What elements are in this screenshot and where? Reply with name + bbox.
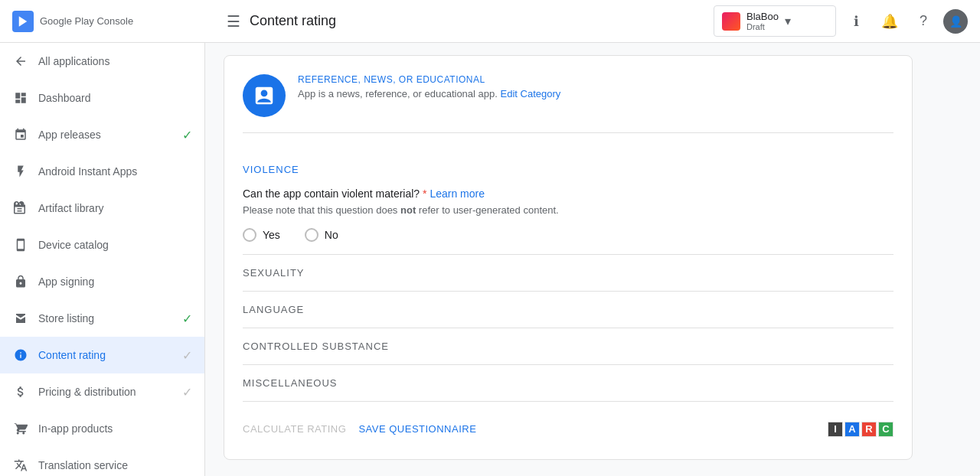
svg-marker-0 bbox=[19, 16, 28, 27]
translation-icon bbox=[12, 457, 29, 474]
notifications-button[interactable]: 🔔 bbox=[876, 8, 903, 35]
instant-apps-icon bbox=[12, 163, 29, 180]
topbar-logo-text: Google Play Console bbox=[40, 15, 133, 27]
radio-circle-yes bbox=[243, 228, 256, 242]
learn-more-link[interactable]: Learn more bbox=[430, 187, 485, 200]
question-note: Please note that this question does not … bbox=[243, 204, 893, 216]
chevron-down-icon: ▾ bbox=[785, 14, 791, 28]
sidebar-item-app-releases[interactable]: App releases ✓ bbox=[0, 116, 204, 153]
sidebar-item-all-applications[interactable]: All applications bbox=[0, 43, 204, 80]
miscellaneous-section[interactable]: MISCELLANEOUS bbox=[243, 365, 893, 402]
sidebar-item-translation-service[interactable]: Translation service bbox=[0, 447, 204, 476]
avatar[interactable]: 👤 bbox=[943, 9, 968, 34]
category-info: REFERENCE, NEWS, OR EDUCATIONAL App is a… bbox=[298, 74, 893, 99]
radio-circle-no bbox=[305, 228, 318, 242]
sidebar-label-device-catalog: Device catalog bbox=[38, 239, 192, 251]
sidebar-label-translation-service: Translation service bbox=[38, 459, 192, 471]
radio-no[interactable]: No bbox=[305, 228, 338, 242]
miscellaneous-title: MISCELLANEOUS bbox=[243, 377, 893, 389]
calculate-rating-button: CALCULATE RATING bbox=[243, 417, 346, 441]
category-desc-text: App is a news, reference, or educational… bbox=[298, 88, 498, 99]
menu-icon[interactable]: ☰ bbox=[227, 12, 240, 31]
sidebar-label-in-app-products: In-app products bbox=[38, 422, 192, 435]
sidebar-label-pricing-distribution: Pricing & distribution bbox=[38, 386, 173, 398]
info-button[interactable]: ℹ bbox=[842, 8, 870, 35]
sidebar-item-dashboard[interactable]: Dashboard bbox=[0, 80, 204, 116]
category-title: REFERENCE, NEWS, OR EDUCATIONAL bbox=[298, 74, 893, 85]
iarc-letter-c: C bbox=[878, 422, 893, 437]
save-questionnaire-button[interactable]: SAVE QUESTIONNAIRE bbox=[358, 417, 476, 441]
check-gray-pricing: ✓ bbox=[182, 385, 192, 399]
sidebar-label-all-applications: All applications bbox=[38, 55, 192, 67]
question-text: Can the app contain violent material? bbox=[243, 187, 420, 200]
main-content: REFERENCE, NEWS, OR EDUCATIONAL App is a… bbox=[205, 43, 980, 476]
topbar: Google Play Console ☰ Content rating Bla… bbox=[0, 0, 980, 43]
artifact-icon bbox=[12, 200, 29, 217]
content-card: REFERENCE, NEWS, OR EDUCATIONAL App is a… bbox=[224, 55, 913, 460]
radio-label-no: No bbox=[325, 229, 338, 241]
controlled-substance-section[interactable]: CONTROLLED SUBSTANCE bbox=[243, 328, 893, 365]
edit-category-link[interactable]: Edit Category bbox=[501, 88, 561, 99]
note-end: refer to user-generated content. bbox=[419, 204, 559, 216]
required-marker: * bbox=[423, 187, 430, 200]
pricing-icon bbox=[12, 383, 29, 400]
sidebar-item-artifact-library[interactable]: Artifact library bbox=[0, 190, 204, 227]
app-selector[interactable]: BlaBoo Draft ▾ bbox=[714, 5, 836, 37]
iarc-logo: I A R C bbox=[828, 422, 893, 437]
note-text: Please note that this question does bbox=[243, 204, 397, 216]
sidebar-item-in-app-products[interactable]: In-app products bbox=[0, 410, 204, 447]
check-green-store: ✓ bbox=[182, 311, 192, 326]
layout: All applications Dashboard App releases … bbox=[0, 43, 980, 476]
sidebar-item-android-instant-apps[interactable]: Android Instant Apps bbox=[0, 153, 204, 190]
sidebar-label-artifact-library: Artifact library bbox=[38, 202, 192, 214]
sidebar-label-android-instant-apps: Android Instant Apps bbox=[38, 165, 192, 178]
radio-group-violence: Yes No bbox=[243, 228, 893, 242]
violence-question: Can the app contain violent material? * … bbox=[243, 187, 893, 200]
dashboard-icon bbox=[12, 90, 29, 106]
iarc-letter-a: A bbox=[844, 422, 860, 437]
topbar-right: BlaBoo Draft ▾ ℹ 🔔 ? 👤 bbox=[714, 5, 968, 37]
card-footer: CALCULATE RATING SAVE QUESTIONNAIRE I A … bbox=[243, 402, 893, 441]
language-section[interactable]: LANGUAGE bbox=[243, 292, 893, 328]
check-gray-content-rating: ✓ bbox=[182, 348, 192, 363]
note-bold: not bbox=[400, 204, 416, 216]
sidebar-item-app-signing[interactable]: App signing bbox=[0, 263, 204, 300]
app-signing-icon bbox=[12, 273, 29, 290]
topbar-logo: Google Play Console bbox=[12, 11, 217, 32]
iarc-letter-i: I bbox=[828, 422, 843, 437]
back-icon bbox=[12, 53, 29, 70]
sidebar-item-device-catalog[interactable]: Device catalog bbox=[0, 227, 204, 263]
sidebar-label-store-listing: Store listing bbox=[38, 312, 173, 324]
sidebar-label-app-releases: App releases bbox=[38, 129, 173, 141]
category-icon bbox=[243, 74, 286, 117]
check-green-releases: ✓ bbox=[182, 128, 192, 142]
sidebar-item-store-listing[interactable]: Store listing ✓ bbox=[0, 300, 204, 337]
iap-icon bbox=[12, 420, 29, 437]
sidebar-label-dashboard: Dashboard bbox=[38, 92, 192, 104]
sidebar: All applications Dashboard App releases … bbox=[0, 43, 205, 476]
radio-label-yes: Yes bbox=[263, 229, 280, 241]
releases-icon bbox=[12, 126, 29, 143]
category-description: App is a news, reference, or educational… bbox=[298, 88, 893, 99]
sidebar-label-app-signing: App signing bbox=[38, 275, 192, 288]
iarc-letter-r: R bbox=[861, 422, 877, 437]
sexuality-title: SEXUALITY bbox=[243, 267, 893, 279]
category-section: REFERENCE, NEWS, OR EDUCATIONAL App is a… bbox=[243, 74, 893, 133]
store-listing-icon bbox=[12, 310, 29, 327]
sexuality-section[interactable]: SEXUALITY bbox=[243, 255, 893, 292]
radio-yes[interactable]: Yes bbox=[243, 228, 280, 242]
violence-section: VIOLENCE Can the app contain violent mat… bbox=[243, 152, 893, 255]
google-play-logo bbox=[12, 11, 34, 32]
app-info: BlaBoo Draft bbox=[746, 11, 779, 31]
controlled-substance-title: CONTROLLED SUBSTANCE bbox=[243, 341, 893, 352]
violence-title: VIOLENCE bbox=[243, 164, 893, 175]
help-button[interactable]: ? bbox=[910, 8, 937, 35]
app-name: BlaBoo bbox=[746, 11, 779, 22]
language-title: LANGUAGE bbox=[243, 304, 893, 315]
sidebar-item-content-rating[interactable]: Content rating ✓ bbox=[0, 337, 204, 373]
sidebar-item-pricing-distribution[interactable]: Pricing & distribution ✓ bbox=[0, 373, 204, 410]
app-icon bbox=[722, 12, 740, 31]
device-catalog-icon bbox=[12, 236, 29, 253]
app-status: Draft bbox=[746, 22, 779, 31]
content-rating-icon bbox=[12, 347, 29, 364]
